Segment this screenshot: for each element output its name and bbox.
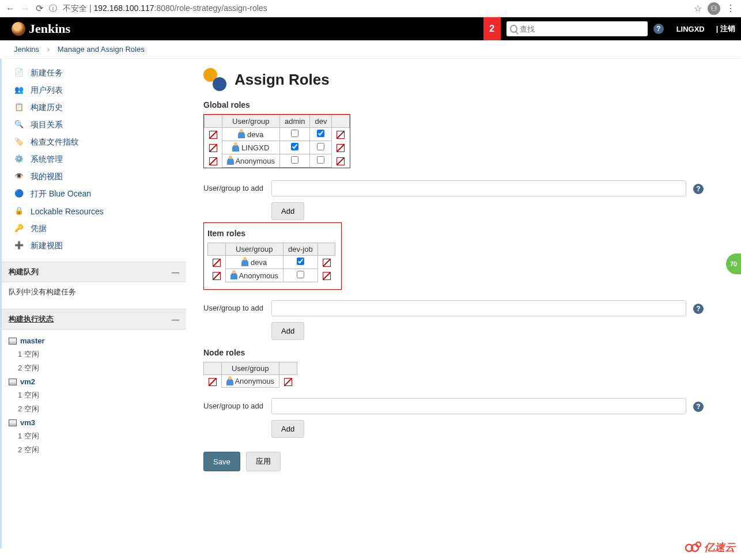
menu-icon[interactable]: ⋮ [726, 3, 735, 14]
bookmark-icon[interactable]: ☆ [694, 3, 702, 14]
executor-slot: 2 空闲 [9, 443, 179, 457]
task-link[interactable]: 我的视图 [31, 172, 63, 182]
item-roles-highlight: Item roles User/groupdev-job deva Anonym… [203, 222, 342, 290]
task-link[interactable]: 系统管理 [31, 154, 63, 165]
global-add-row: User/group to add ? [203, 180, 724, 196]
sidebar-task[interactable]: 👁️我的视图 [2, 168, 186, 186]
url-host: 192.168.100.117 [93, 3, 154, 13]
role-checkbox[interactable] [317, 156, 324, 164]
help-icon[interactable]: ? [693, 184, 704, 194]
task-link[interactable]: 新建任务 [31, 68, 63, 78]
global-add-input[interactable] [271, 180, 686, 196]
collapse-icon[interactable]: — [172, 268, 179, 277]
help-icon[interactable]: ? [693, 304, 704, 314]
delete-icon[interactable] [213, 259, 221, 267]
logout-link[interactable]: | 注销 [716, 24, 735, 34]
add-label: User/group to add [203, 300, 264, 312]
delete-icon[interactable] [213, 272, 221, 280]
role-checkbox[interactable] [291, 156, 298, 164]
delete-icon[interactable] [209, 144, 217, 152]
jenkins-logo-icon [12, 22, 25, 36]
node-add-button[interactable]: Add [271, 420, 304, 438]
node-add-input[interactable] [271, 398, 686, 414]
task-link[interactable]: 项目关系 [31, 120, 63, 130]
executor-slot: 2 空闲 [9, 402, 179, 416]
executor-slot: 1 空闲 [9, 429, 179, 443]
search-box[interactable] [506, 21, 648, 36]
sidebar-task[interactable]: 📋构建历史 [2, 99, 186, 116]
user-cell: Anonymous [222, 154, 280, 168]
delete-icon[interactable] [323, 259, 331, 267]
user-cell: deva [225, 256, 283, 269]
role-checkbox[interactable] [317, 143, 324, 150]
sidebar-task[interactable]: ➕新建视图 [2, 237, 186, 255]
table-row: LINGXD [205, 141, 350, 154]
delete-icon[interactable] [337, 131, 345, 139]
back-icon[interactable]: ← [6, 3, 15, 14]
task-link[interactable]: Lockable Resources [31, 207, 104, 216]
sidebar-task[interactable]: 🔍项目关系 [2, 116, 186, 134]
role-checkbox[interactable] [291, 143, 298, 150]
role-checkbox[interactable] [317, 130, 324, 137]
col-user: User/group [221, 362, 279, 375]
jenkins-header: Jenkins 2 ? LINGXD | 注销 [0, 17, 741, 40]
executor-node[interactable]: master [9, 334, 179, 347]
add-label: User/group to add [203, 398, 264, 410]
help-icon[interactable]: ? [653, 24, 664, 34]
sidebar-task[interactable]: 🔑凭据 [2, 220, 186, 237]
forward-icon[interactable]: → [21, 3, 30, 14]
role-checkbox[interactable] [297, 271, 304, 278]
task-icon: 👥 [14, 85, 25, 96]
sidebar-task[interactable]: 🔵打开 Blue Ocean [2, 186, 186, 203]
add-label: User/group to add [203, 180, 264, 192]
table-row: Anonymous [208, 269, 335, 282]
col-role: admin [280, 115, 310, 128]
delete-icon[interactable] [209, 131, 217, 139]
executors-title[interactable]: 构建执行状态 [9, 314, 54, 324]
task-icon: 🔒 [14, 206, 25, 217]
jenkins-logo[interactable]: Jenkins [12, 21, 70, 36]
save-button[interactable]: Save [203, 452, 240, 471]
collapse-icon[interactable]: — [172, 315, 179, 324]
delete-icon[interactable] [209, 378, 217, 386]
delete-icon[interactable] [337, 144, 345, 152]
delete-icon[interactable] [284, 378, 292, 386]
info-icon[interactable]: ⓘ [49, 3, 57, 14]
task-link[interactable]: 打开 Blue Ocean [31, 189, 91, 199]
executor-node[interactable]: vm3 [9, 416, 179, 429]
task-link[interactable]: 构建历史 [31, 103, 63, 113]
address-bar[interactable]: 不安全 | 192.168.100.117:8080/role-strategy… [63, 3, 688, 14]
notification-badge[interactable]: 2 [483, 17, 501, 40]
task-link[interactable]: 凭据 [31, 224, 47, 234]
help-icon[interactable]: ? [693, 402, 704, 412]
task-link[interactable]: 新建视图 [31, 241, 63, 251]
task-link[interactable]: 用户列表 [31, 85, 63, 96]
role-checkbox[interactable] [291, 130, 298, 137]
sidebar-task[interactable]: ⚙️系统管理 [2, 151, 186, 168]
roles-icon [203, 68, 226, 91]
item-add-button[interactable]: Add [271, 322, 304, 340]
delete-icon[interactable] [337, 157, 345, 165]
apply-button[interactable]: 应用 [246, 452, 281, 471]
delete-icon[interactable] [323, 272, 331, 280]
breadcrumb-home[interactable]: Jenkins [14, 45, 39, 54]
executors-header: 构建执行状态 — [2, 309, 186, 330]
search-input[interactable] [520, 25, 644, 33]
executor-node[interactable]: vm2 [9, 375, 179, 388]
sidebar-task[interactable]: 👥用户列表 [2, 82, 186, 99]
global-add-button[interactable]: Add [271, 202, 304, 220]
role-checkbox[interactable] [297, 258, 304, 265]
breadcrumb-current[interactable]: Manage and Assign Roles [58, 45, 145, 54]
delete-icon[interactable] [209, 157, 217, 165]
profile-icon[interactable]: ⚇ [708, 2, 720, 15]
reload-icon[interactable]: ⟳ [36, 3, 43, 14]
user-link[interactable]: LINGXD [676, 25, 705, 33]
sidebar-task[interactable]: 📄新建任务 [2, 65, 186, 82]
sidebar-task[interactable]: 🔒Lockable Resources [2, 203, 186, 220]
user-cell: Anonymous [225, 269, 283, 282]
role-table: User/groupdev-job deva Anonymous [207, 243, 335, 282]
sidebar-task[interactable]: 🏷️检查文件指纹 [2, 134, 186, 151]
task-link[interactable]: 检查文件指纹 [31, 137, 79, 147]
queue-title: 构建队列 [9, 267, 39, 277]
item-add-input[interactable] [271, 300, 686, 316]
